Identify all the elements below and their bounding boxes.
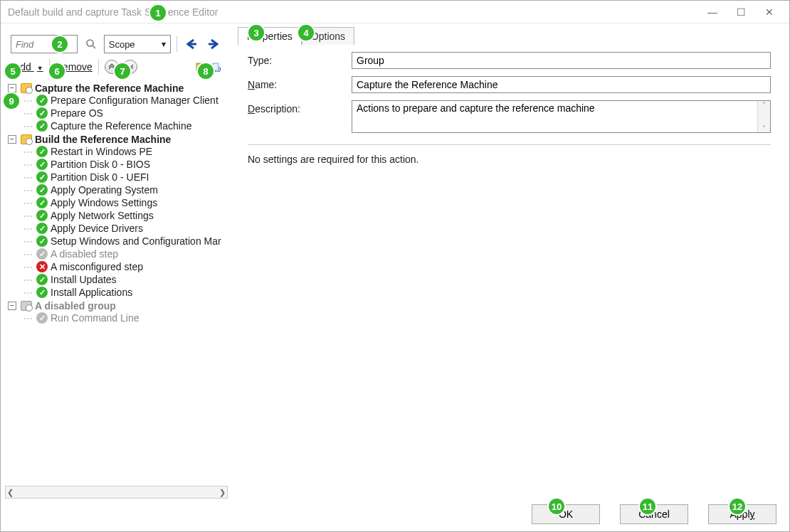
check-icon: ✓ (36, 210, 48, 221)
description-input[interactable]: Actions to prepare and capture the refer… (352, 101, 757, 132)
step-label: Prepare Configuration Manager Client (51, 95, 218, 106)
tree-step[interactable]: ⋯✓Run Command Line (23, 312, 228, 324)
chevron-down-icon: ▾ (162, 39, 166, 49)
check-icon: ✓ (36, 120, 48, 132)
tree-step[interactable]: ⋯✕A misconfigured step (23, 261, 228, 272)
callout-3: 3 (248, 25, 264, 41)
divider (177, 36, 177, 52)
callout-2: 2 (52, 36, 68, 52)
right-pane: Properties Options Type: Name: (232, 23, 789, 499)
tree-connector: ⋯ (23, 185, 33, 196)
group-label[interactable]: Build the Reference Machine (35, 134, 171, 145)
error-icon: ✕ (36, 261, 48, 272)
chevron-down-icon: ▼ (37, 65, 43, 72)
close-button[interactable]: ✕ (755, 2, 784, 22)
footer-buttons: OK Cancel Apply (1, 499, 789, 531)
tree-step[interactable]: ⋯✓Prepare OS (23, 107, 228, 119)
tree-step[interactable]: ⋯✓Partition Disk 0 - BIOS (23, 159, 228, 170)
find-input[interactable] (14, 38, 57, 50)
step-label: Partition Disk 0 - UEFI (51, 171, 149, 183)
type-label: Type: (248, 52, 340, 66)
scroll-up-icon[interactable]: ˄ (762, 101, 766, 109)
svg-line-1 (93, 46, 95, 48)
group-label[interactable]: A disabled group (35, 300, 116, 312)
step-label: Partition Disk 0 - BIOS (51, 159, 150, 170)
scroll-down-icon[interactable]: ˅ (762, 124, 766, 132)
tree-step[interactable]: ⋯✓Install Updates (23, 274, 228, 285)
disabled-icon: ✓ (36, 248, 48, 260)
textarea-scrollbar[interactable]: ˄ ˅ (757, 101, 770, 132)
scroll-right-icon[interactable]: ❯ (219, 488, 226, 497)
tree-step[interactable]: ⋯✓Prepare Configuration Manager Client (23, 95, 228, 106)
callout-5: 5 (5, 63, 21, 79)
check-icon: ✓ (36, 235, 48, 247)
step-label: Prepare OS (51, 107, 103, 119)
check-icon: ✓ (36, 197, 48, 208)
step-label: Install Applications (51, 287, 132, 298)
step-label: Apply Network Settings (51, 210, 154, 221)
tree-connector: ⋯ (23, 249, 33, 260)
find-box[interactable]: x (11, 35, 78, 53)
group-label[interactable]: Capture the Reference Machine (35, 83, 184, 94)
tabs: Properties Options (236, 23, 782, 45)
check-icon: ✓ (36, 159, 48, 170)
tree-step[interactable]: ⋯✓A disabled step (23, 248, 228, 260)
tree-view[interactable]: −Capture the Reference Machine⋯✓Prepare … (5, 78, 228, 486)
main-columns: x Scope ▾ (1, 23, 789, 499)
search-icon[interactable] (82, 35, 99, 53)
callout-6: 6 (49, 63, 65, 79)
window-title: Default build and capture Task Sequence … (8, 6, 698, 18)
check-icon: ✓ (36, 95, 48, 106)
find-toolbar: x Scope ▾ (5, 32, 228, 56)
ok-button[interactable]: OK (532, 504, 600, 524)
tree-step[interactable]: ⋯✓Setup Windows and Configuration Mar (23, 235, 228, 247)
tree-connector: ⋯ (23, 198, 33, 208)
tree-connector: ⋯ (23, 95, 33, 106)
minimize-button[interactable]: — (698, 2, 727, 22)
separator (248, 144, 771, 145)
tree-connector: ⋯ (23, 275, 33, 285)
tree-step[interactable]: ⋯✓Apply Network Settings (23, 210, 228, 221)
tree-toggle[interactable]: − (8, 135, 16, 144)
callout-12: 12 (730, 499, 745, 514)
tree-connector: ⋯ (23, 287, 33, 298)
name-input[interactable] (352, 76, 771, 93)
tree-step[interactable]: ⋯✓Apply Windows Settings (23, 197, 228, 208)
no-settings-text: No settings are required for this action… (248, 154, 771, 165)
tree-step[interactable]: ⋯✓Partition Disk 0 - UEFI (23, 171, 228, 183)
callout-7: 7 (115, 63, 130, 79)
tree-step[interactable]: ⋯✓Capture the Reference Machine (23, 120, 228, 132)
nav-back-icon[interactable] (183, 35, 200, 53)
tab-properties[interactable]: Properties (238, 27, 302, 45)
tree-connector: ⋯ (23, 223, 33, 234)
maximize-button[interactable]: ☐ (727, 2, 755, 22)
content: x Scope ▾ (1, 23, 789, 531)
disabled-icon: ✓ (36, 312, 48, 324)
scroll-left-icon[interactable]: ❮ (7, 488, 14, 497)
field-name: Name: (248, 76, 771, 93)
tree-connector: ⋯ (23, 159, 33, 170)
nav-forward-icon[interactable] (205, 35, 222, 53)
step-label: A misconfigured step (51, 261, 143, 272)
scope-select[interactable]: Scope ▾ (104, 35, 172, 53)
check-icon: ✓ (36, 287, 48, 298)
svg-rect-6 (213, 63, 218, 70)
tree-step[interactable]: ⋯✓Install Applications (23, 287, 228, 298)
tree-toggle[interactable]: − (8, 302, 16, 310)
check-icon: ✓ (36, 171, 48, 183)
step-label: Restart in Windows PE (51, 146, 152, 157)
tree-step[interactable]: ⋯✓Apply Operating System (23, 184, 228, 196)
folder-icon (21, 134, 32, 144)
tree-connector: ⋯ (23, 262, 33, 272)
callout-11: 11 (640, 499, 655, 514)
tree-step[interactable]: ⋯✓Apply Device Drivers (23, 223, 228, 234)
name-label: Name: (248, 76, 340, 90)
tree-step[interactable]: ⋯✓Restart in Windows PE (23, 146, 228, 157)
check-icon: ✓ (36, 146, 48, 157)
divider (98, 59, 99, 75)
horizontal-scrollbar[interactable]: ❮ ❯ (5, 486, 228, 499)
check-icon: ✓ (36, 107, 48, 119)
check-icon: ✓ (36, 223, 48, 234)
tree-connector: ⋯ (23, 236, 33, 247)
tree-toggle[interactable]: − (8, 84, 16, 92)
